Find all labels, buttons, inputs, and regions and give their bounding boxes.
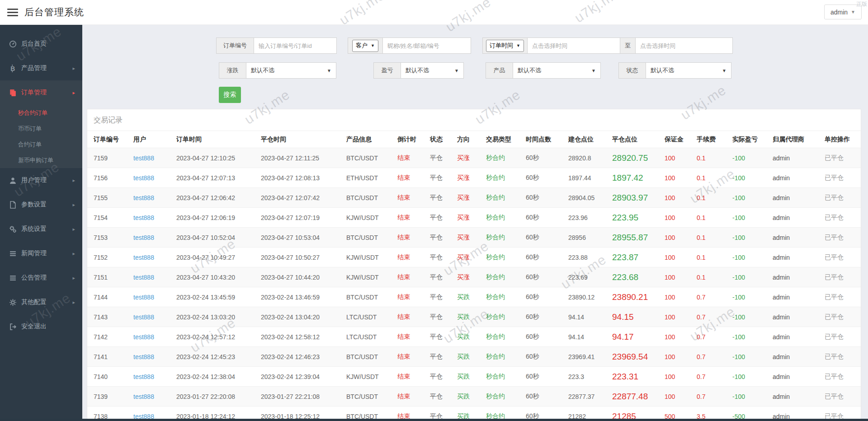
product-cell: KJW/USDT	[346, 254, 397, 261]
order-time-cell: 2023-04-27 12:07:13	[176, 174, 261, 182]
countdown-cell: 结束	[397, 313, 430, 321]
direction-cell: 买跌	[457, 393, 486, 401]
user-link[interactable]: test888	[133, 174, 176, 182]
sidebar-item-2[interactable]: 订单管理▸	[0, 80, 82, 105]
order-id-cell: 7153	[87, 234, 133, 241]
column-header: 用户	[133, 136, 176, 144]
select-caret-icon: ▼	[371, 43, 375, 48]
status-cell: 平仓	[430, 154, 457, 162]
product-select[interactable]: 默认不选 ▼	[513, 62, 601, 79]
chevron-right-icon: ▸	[72, 90, 75, 96]
control-action-cell: 已平仓	[825, 313, 861, 321]
time-end-input[interactable]	[635, 37, 733, 54]
control-action-cell: 已平仓	[825, 234, 861, 242]
direction-cell: 买跌	[457, 353, 486, 361]
order-time-cell: 2023-02-24 13:45:59	[176, 294, 261, 301]
user-link[interactable]: test888	[133, 234, 176, 241]
column-header: 方向	[457, 136, 486, 144]
open-price-cell: 28956	[568, 234, 612, 241]
sidebar-item-4[interactable]: 参数设置▸	[0, 192, 82, 217]
sidebar-subitem-2[interactable]: 合约订单	[0, 136, 82, 152]
time-type-select[interactable]: 订单时间 ▼	[486, 40, 524, 52]
user-link[interactable]: test888	[133, 413, 176, 420]
sidebar-subitem-3[interactable]: 新币申购订单	[0, 152, 82, 168]
sidebar-item-7[interactable]: 公告管理▸	[0, 266, 82, 290]
sidebar-subitem-0[interactable]: 秒合约订单	[0, 105, 82, 121]
chevron-down-icon: ▼	[851, 9, 855, 14]
trade-records-card: 交易记录 订单编号用户订单时间平仓时间产品信息倒计时状态方向交易类型时间点数建仓…	[87, 109, 861, 419]
column-header: 倒计时	[397, 136, 430, 144]
user-link[interactable]: test888	[133, 214, 176, 221]
control-action-cell: 已平仓	[825, 333, 861, 341]
margin-cell: 100	[665, 254, 697, 261]
product-cell: ETH/USDT	[346, 174, 397, 182]
file-icon	[9, 201, 17, 209]
customer-type-select[interactable]: 客户 ▼	[352, 40, 378, 52]
bottom-scrollbar[interactable]	[0, 419, 868, 421]
order-time-cell: 2023-04-27 12:10:25	[176, 154, 261, 162]
status-label: 状态	[618, 62, 646, 79]
sidebar-item-3[interactable]: 用户管理▸	[0, 168, 82, 192]
close-time-cell: 2023-04-27 12:08:13	[261, 174, 346, 182]
product-cell: LTC/USDT	[346, 333, 397, 341]
profit-cell: -100	[732, 254, 773, 261]
column-header: 手续费	[697, 136, 732, 144]
customer-input[interactable]	[382, 37, 471, 54]
user-link[interactable]: test888	[133, 333, 176, 341]
user-link[interactable]: test888	[133, 274, 176, 281]
sidebar-item-6[interactable]: 新闻管理▸	[0, 241, 82, 266]
filter-time-group: 订单时间 ▼ 至	[482, 37, 733, 54]
product-cell: LTC/USDT	[346, 313, 397, 321]
card-title: 交易记录	[87, 109, 861, 131]
direction-cell: 买涨	[457, 273, 486, 281]
margin-cell: 100	[665, 333, 697, 341]
agent-cell: admin	[773, 154, 825, 162]
status-cell: 平仓	[430, 293, 457, 301]
table-row: 7152test8882023-04-27 10:49:272023-04-27…	[87, 248, 861, 267]
logout-icon	[9, 323, 17, 331]
search-button[interactable]: 搜索	[219, 87, 241, 103]
margin-cell: 100	[665, 214, 697, 221]
profit-cell: -100	[732, 194, 773, 201]
sidebar-item-label: 系统设置	[21, 225, 47, 233]
fee-cell: 0.1	[697, 154, 732, 162]
close-time-cell: 2023-02-24 12:58:12	[261, 333, 346, 341]
sidebar-item-5[interactable]: 系统设置▸	[0, 217, 82, 241]
filter-status-group: 状态 默认不选 ▼	[618, 62, 731, 79]
sidebar-item-label: 用户管理	[21, 176, 47, 184]
user-link[interactable]: test888	[133, 313, 176, 321]
sidebar-subitem-1[interactable]: 币币订单	[0, 121, 82, 136]
open-price-cell: 223.69	[568, 274, 612, 281]
column-header: 交易类型	[486, 136, 526, 144]
sidebar-item-label: 订单管理	[21, 89, 47, 97]
user-link[interactable]: test888	[133, 373, 176, 380]
trade-type-cell: 秒合约	[486, 353, 526, 361]
hamburger-menu-icon[interactable]	[7, 7, 18, 18]
user-link[interactable]: test888	[133, 254, 176, 261]
user-link[interactable]: test888	[133, 294, 176, 301]
close-price-cell: 94.17	[612, 332, 665, 342]
sidebar-item-8[interactable]: 其他配置▸	[0, 290, 82, 314]
sidebar-item-0[interactable]: 后台首页	[0, 32, 82, 56]
product-cell: BTC/USDT	[346, 413, 397, 420]
time-start-input[interactable]	[527, 37, 620, 54]
user-link[interactable]: test888	[133, 154, 176, 162]
period-cell: 60秒	[526, 313, 568, 321]
countdown-cell: 结束	[397, 253, 430, 262]
user-link[interactable]: test888	[133, 353, 176, 360]
filter-updown-group: 涨跌 默认不选 ▼	[219, 62, 336, 79]
user-link[interactable]: test888	[133, 194, 176, 201]
filter-product-group: 产品 默认不选 ▼	[486, 62, 601, 79]
order-time-cell: 2023-04-27 12:06:19	[176, 214, 261, 221]
profit-select[interactable]: 默认不选 ▼	[401, 62, 464, 79]
status-select[interactable]: 默认不选 ▼	[646, 62, 731, 79]
user-link[interactable]: test888	[133, 393, 176, 400]
order-no-input[interactable]	[254, 37, 337, 54]
period-cell: 60秒	[526, 253, 568, 262]
control-action-cell: 已平仓	[825, 393, 861, 401]
column-header: 产品信息	[346, 136, 397, 144]
updown-select[interactable]: 默认不选 ▼	[246, 62, 336, 79]
sidebar-item-1[interactable]: B产品管理▸	[0, 56, 82, 80]
direction-cell: 买跌	[457, 293, 486, 301]
sidebar-item-9[interactable]: 安全退出	[0, 314, 82, 339]
